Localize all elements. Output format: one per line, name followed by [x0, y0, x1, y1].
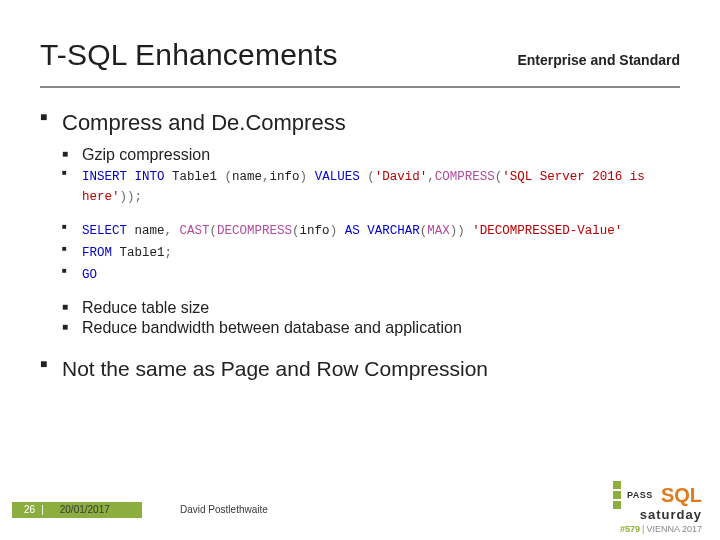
page-sep: |	[41, 504, 44, 515]
logo-saturday-text: saturday	[542, 507, 702, 522]
bullet-reduce-bandwidth: Reduce bandwidth between database and ap…	[62, 319, 680, 337]
bullet-main-2: Not the same as Page and Row Compression	[40, 357, 680, 381]
bullet-sub-gzip: Gzip compression	[62, 146, 680, 164]
footer: 26 | 20/01/2017 David Postlethwaite PASS…	[0, 492, 720, 540]
page-date: 20/01/2017	[60, 504, 110, 515]
spacer	[40, 208, 680, 220]
code-line-2: SELECT name, CAST(DECOMPRESS(info) AS VA…	[82, 224, 622, 238]
logo-sql-text: SQL	[661, 486, 702, 504]
code-line-3: FROM Table1;	[82, 246, 172, 260]
logo-row: PASS SQL	[542, 481, 702, 509]
bullet-code-insert: INSERT INTO Table1 (name,info) VALUES ('…	[62, 166, 680, 206]
event-sep: |	[642, 524, 644, 534]
bullet-list-2: Not the same as Page and Row Compression	[40, 357, 680, 381]
code-line-1: INSERT INTO Table1 (name,info) VALUES ('…	[82, 170, 645, 204]
bullet-code-go: GO	[62, 264, 680, 284]
page-number: 26	[24, 504, 35, 515]
pass-squares-icon	[613, 481, 621, 509]
logo-pass-col: PASS	[627, 490, 653, 500]
code-line-4: GO	[82, 268, 97, 282]
content: Compress and De.Compress Gzip compressio…	[0, 88, 720, 381]
logo-pass-text: PASS	[627, 490, 653, 500]
spacer	[40, 285, 680, 299]
logo: PASS SQL saturday #579|VIENNA 2017	[542, 481, 702, 534]
author: David Postlethwaite	[180, 504, 268, 515]
sub-list-3: Reduce table size Reduce bandwidth betwe…	[40, 299, 680, 337]
logo-tagline: #579|VIENNA 2017	[542, 524, 702, 534]
slide-title: T-SQL Enhancements	[40, 38, 338, 72]
sub-list-1: Gzip compression INSERT INTO Table1 (nam…	[40, 146, 680, 206]
sub-list-2: SELECT name, CAST(DECOMPRESS(info) AS VA…	[40, 220, 680, 284]
event-number: #579	[620, 524, 640, 534]
bullet-code-from: FROM Table1;	[62, 242, 680, 262]
page-info: 26 | 20/01/2017	[24, 504, 110, 515]
slide-subtitle: Enterprise and Standard	[517, 52, 680, 72]
bullet-list: Compress and De.Compress	[40, 110, 680, 136]
event-city: VIENNA 2017	[646, 524, 702, 534]
bullet-main-1: Compress and De.Compress	[40, 110, 680, 136]
slide: T-SQL Enhancements Enterprise and Standa…	[0, 0, 720, 540]
header: T-SQL Enhancements Enterprise and Standa…	[0, 0, 720, 80]
bullet-reduce-size: Reduce table size	[62, 299, 680, 317]
bullet-code-select: SELECT name, CAST(DECOMPRESS(info) AS VA…	[62, 220, 680, 240]
